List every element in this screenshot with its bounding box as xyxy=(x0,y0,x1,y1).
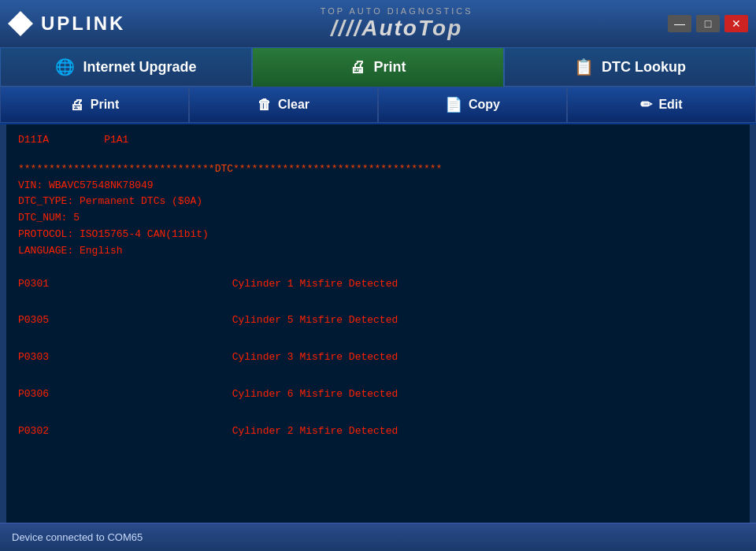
edit-button-label: Edit xyxy=(658,98,682,112)
titlebar: UPLINK TOP AUTO DIAGNOSTICS ////AutoTop … xyxy=(0,0,756,47)
nav-tabs: 🌐 Internet Upgrade 🖨 Print 📋 DTC Lookup xyxy=(0,47,756,87)
dtc-entry-p0305: P0305 Cylinder 5 Misfire Detected xyxy=(18,312,728,329)
dtc-desc-p0305: Cylinder 5 Misfire Detected xyxy=(97,312,398,329)
dtc-entry-p0303: P0303 Cylinder 3 Misfire Detected xyxy=(18,349,728,366)
window-controls: — □ ✕ xyxy=(668,15,748,32)
minimize-button[interactable]: — xyxy=(668,15,691,32)
dtc-code-p0302: P0302 xyxy=(18,423,81,440)
edit-button[interactable]: ✏ Edit xyxy=(567,87,756,123)
titlebar-center: TOP AUTO DIAGNOSTICS ////AutoTop xyxy=(125,6,668,41)
dtc-desc-p0302: Cylinder 2 Misfire Detected xyxy=(97,423,398,440)
copy-button-icon: 📄 xyxy=(445,96,462,113)
empty-line-4 xyxy=(18,333,728,346)
dtc-entry-p0306: P0306 Cylinder 6 Misfire Detected xyxy=(18,386,728,403)
clear-button-label: Clear xyxy=(278,98,309,112)
content-area: D11IA P1A1 *****************************… xyxy=(6,124,750,523)
dtc-code-p0301: P0301 xyxy=(18,276,81,293)
titlebar-left: UPLINK xyxy=(8,11,125,36)
status-text: Device connected to COM65 xyxy=(12,531,143,543)
language-line: LANGUAGE: English xyxy=(18,243,728,260)
edit-button-icon: ✏ xyxy=(640,96,652,113)
dtc-code-p0305: P0305 xyxy=(18,312,81,329)
tab-dtc-lookup-label: DTC Lookup xyxy=(602,59,686,76)
print-tab-icon: 🖨 xyxy=(350,58,365,76)
empty-line-1 xyxy=(18,149,728,161)
dtc-lookup-icon: 📋 xyxy=(574,57,594,76)
brand-logo-text: ////AutoTop xyxy=(125,16,668,41)
clear-button[interactable]: 🗑 Clear xyxy=(189,87,378,123)
dtc-type-line: DTC_TYPE: Permanent DTCs ($0A) xyxy=(18,194,728,210)
pre-text-line: D11IA P1A1 xyxy=(18,132,728,149)
dtc-content[interactable]: D11IA P1A1 *****************************… xyxy=(6,124,740,523)
empty-line-2 xyxy=(18,260,728,272)
toolbar: 🖨 Print 🗑 Clear 📄 Copy ✏ Edit xyxy=(0,87,756,124)
dtc-code-p0303: P0303 xyxy=(18,349,81,366)
tab-internet-upgrade-label: Internet Upgrade xyxy=(83,59,196,76)
dtc-desc-p0301: Cylinder 1 Misfire Detected xyxy=(97,276,398,293)
dtc-desc-p0303: Cylinder 3 Misfire Detected xyxy=(97,349,398,366)
statusbar: Device connected to COM65 xyxy=(0,523,756,551)
dtc-entry-p0302: P0302 Cylinder 2 Misfire Detected xyxy=(18,423,728,440)
tab-print[interactable]: 🖨 Print xyxy=(252,47,504,87)
print-button-label: Print xyxy=(91,98,119,112)
protocol-line: PROTOCOL: ISO15765-4 CAN(11bit) xyxy=(18,227,728,243)
vin-line: VIN: WBAVC57548NK78049 xyxy=(18,178,728,194)
print-button-icon: 🖨 xyxy=(70,97,84,113)
empty-line-5 xyxy=(18,370,728,383)
copy-button[interactable]: 📄 Copy xyxy=(378,87,567,123)
close-button[interactable]: ✕ xyxy=(724,15,748,32)
dtc-num-line: DTC_NUM: 5 xyxy=(18,210,728,227)
uplink-logo-icon xyxy=(8,11,33,36)
logo-text: UPLINK xyxy=(41,13,125,35)
internet-upgrade-icon: 🌐 xyxy=(55,57,75,76)
tab-dtc-lookup[interactable]: 📋 DTC Lookup xyxy=(504,47,756,87)
dtc-desc-p0306: Cylinder 6 Misfire Detected xyxy=(97,386,398,403)
dtc-entry-p0301: P0301 Cylinder 1 Misfire Detected xyxy=(18,276,728,293)
maximize-button[interactable]: □ xyxy=(696,15,720,32)
copy-button-label: Copy xyxy=(469,98,500,112)
brand-top-text: TOP AUTO DIAGNOSTICS xyxy=(125,6,668,16)
print-button[interactable]: 🖨 Print xyxy=(0,87,189,123)
dtc-code-p0306: P0306 xyxy=(18,386,81,403)
tab-internet-upgrade[interactable]: 🌐 Internet Upgrade xyxy=(0,47,252,87)
clear-button-icon: 🗑 xyxy=(258,97,272,113)
tab-print-label: Print xyxy=(373,59,406,76)
empty-line-3 xyxy=(18,296,728,309)
empty-line-6 xyxy=(18,407,728,420)
dtc-separator: ********************************DTC*****… xyxy=(18,161,728,178)
